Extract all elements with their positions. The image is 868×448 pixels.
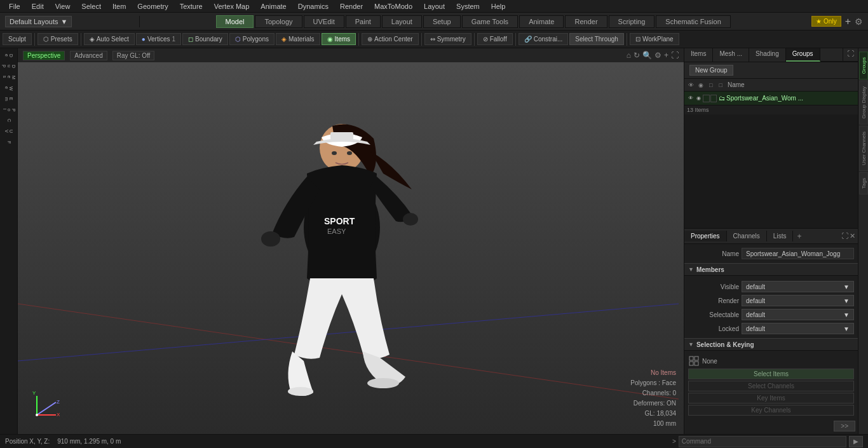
tab-scripting[interactable]: Scripting (609, 15, 655, 28)
workplane-button[interactable]: ⊡ WorkPlane (630, 33, 679, 45)
prop-tab-properties[interactable]: Properties (684, 231, 727, 241)
maximize-icon[interactable]: ⛶ (843, 48, 858, 62)
ray-gl-button[interactable]: Ray GL: Off (112, 51, 155, 60)
sculpt-button[interactable]: Sculpt (3, 33, 32, 45)
viewport-icon-home[interactable]: ⌂ (627, 51, 631, 60)
tab-render[interactable]: Render (565, 15, 607, 28)
select-col-icon[interactable]: □ (717, 81, 726, 90)
vertices-button[interactable]: ● Vertices 1 (136, 33, 181, 45)
falloff-button[interactable]: ⊘ Falloff (477, 33, 513, 45)
polygons-button[interactable]: ⬡ Polygons (229, 33, 275, 45)
select-through-button[interactable]: Select Through (569, 33, 624, 45)
sel-keying-triangle[interactable]: ▼ (688, 341, 694, 348)
tab-uvedit[interactable]: UVEdit (304, 15, 344, 28)
presets-button[interactable]: ⬡ Presets (37, 33, 78, 45)
symmetry-button[interactable]: ⇔ Symmetry (424, 33, 471, 45)
gear-icon[interactable]: ⚙ (855, 17, 863, 27)
menu-vertex-map[interactable]: Vertex Map (209, 1, 255, 11)
tab-setup[interactable]: Setup (423, 15, 461, 28)
layouts-dropdown[interactable]: Default Layouts ▼ (5, 16, 72, 27)
tab-animate[interactable]: Animate (519, 15, 564, 28)
constraints-button[interactable]: 🔗 Constrai... (519, 33, 569, 45)
new-group-button[interactable]: New Group (689, 65, 733, 76)
menu-select[interactable]: Select (76, 1, 106, 11)
left-panel-btn-em[interactable]: Em (0, 94, 18, 104)
viewport-scene[interactable]: SPORT EASY (18, 62, 684, 434)
side-tab-groups[interactable]: Groups (859, 51, 868, 79)
tab-paint[interactable]: Paint (346, 15, 381, 28)
left-panel-btn-f[interactable]: F (0, 137, 18, 147)
viewport-icon-rotate[interactable]: ↻ (634, 51, 640, 60)
side-tab-user-channels[interactable]: User Channels (859, 126, 868, 171)
key-channels-button[interactable]: Key Channels (688, 405, 854, 416)
menu-view[interactable]: View (50, 1, 76, 11)
visible-dropdown[interactable]: default ▼ (742, 281, 854, 292)
viewport[interactable]: Perspective Advanced Ray GL: Off ⌂ ↻ 🔍 ⚙… (18, 48, 684, 434)
menu-dynamics[interactable]: Dynamics (293, 1, 334, 11)
tab-groups[interactable]: Groups (786, 48, 820, 62)
sel-grid-icon[interactable] (688, 355, 700, 367)
tab-shading[interactable]: Shading (749, 48, 786, 62)
command-input[interactable] (679, 436, 846, 447)
menu-file[interactable]: File (4, 1, 25, 11)
menu-texture[interactable]: Texture (175, 1, 208, 11)
left-panel-btn-c[interactable]: C (0, 116, 18, 126)
tab-model[interactable]: Model (216, 15, 254, 28)
select-channels-button[interactable]: Select Channels (688, 381, 854, 391)
boundary-button[interactable]: ◻ Boundary (182, 33, 228, 45)
plus-icon[interactable]: + (845, 16, 851, 27)
visibility-icon[interactable]: 👁 (687, 81, 696, 90)
viewport-icon-maximize[interactable]: ⛶ (671, 51, 679, 60)
menu-geometry[interactable]: Geometry (132, 1, 173, 11)
left-panel-btn-dup[interactable]: Dup (0, 62, 18, 72)
menu-max-to-modo[interactable]: MaxToModo (369, 1, 417, 11)
group-select-icon[interactable] (710, 95, 717, 102)
menu-layout[interactable]: Layout (419, 1, 450, 11)
left-panel-btn-de[interactable]: De (0, 51, 18, 61)
render-col-icon[interactable]: ◉ (697, 81, 706, 90)
tab-game-tools[interactable]: Game Tools (462, 15, 519, 28)
name-input[interactable] (742, 248, 854, 259)
menu-help[interactable]: Help (486, 1, 511, 11)
members-triangle[interactable]: ▼ (688, 266, 694, 273)
materials-button[interactable]: ◈ Materials (276, 33, 320, 45)
select-items-button[interactable]: Select Items (688, 369, 854, 379)
tab-layout[interactable]: Layout (382, 15, 422, 28)
tab-topology[interactable]: Topology (255, 15, 302, 28)
group-lock-icon[interactable] (703, 95, 709, 102)
side-tab-tags[interactable]: Tags (859, 172, 868, 194)
items-button[interactable]: ◉ Items (322, 33, 356, 45)
tab-mesh[interactable]: Mesh ... (713, 48, 749, 62)
auto-select-button[interactable]: ◈ Auto Select (84, 33, 135, 45)
menu-animate[interactable]: Animate (255, 1, 291, 11)
selectable-dropdown[interactable]: default ▼ (742, 309, 854, 320)
tab-items[interactable]: Items (684, 48, 713, 62)
expand-button[interactable]: >> (834, 421, 855, 431)
viewport-icon-search[interactable]: 🔍 (642, 51, 652, 60)
group-visibility-icon[interactable]: 👁 (687, 94, 695, 103)
prop-expand-icon[interactable]: ⛶ (841, 232, 848, 240)
side-tab-group-display[interactable]: Group Display (859, 81, 868, 125)
star-badge[interactable]: ★ Only (811, 16, 841, 27)
menu-item[interactable]: Item (107, 1, 131, 11)
tab-schematic-fusion[interactable]: Schematic Fusion (656, 15, 730, 28)
left-panel-btn-we[interactable]: We (0, 83, 18, 93)
prop-tab-add[interactable]: + (793, 230, 805, 243)
lock-col-icon[interactable]: □ (707, 81, 715, 90)
left-panel-btn-pol[interactable]: Pol (0, 105, 18, 115)
prop-tab-channels[interactable]: Channels (727, 231, 767, 241)
viewport-icon-settings[interactable]: ⚙ (654, 51, 661, 60)
action-center-button[interactable]: ⊕ Action Center (362, 33, 419, 45)
menu-edit[interactable]: Edit (27, 1, 49, 11)
advanced-button[interactable]: Advanced (70, 51, 107, 60)
render-dropdown[interactable]: default ▼ (742, 295, 854, 306)
menu-render[interactable]: Render (335, 1, 368, 11)
left-panel-btn-uv[interactable]: UV (0, 126, 18, 137)
group-item[interactable]: 👁 ◉ 🗂 Sportswear_Asian_Wom ... (684, 92, 858, 105)
perspective-button[interactable]: Perspective (23, 51, 65, 60)
prop-close-icon[interactable]: ✕ (850, 232, 855, 240)
key-items-button[interactable]: Key Items (688, 393, 854, 404)
prop-tab-lists[interactable]: Lists (767, 231, 794, 241)
locked-dropdown[interactable]: default ▼ (742, 323, 854, 334)
menu-system[interactable]: System (451, 1, 485, 11)
